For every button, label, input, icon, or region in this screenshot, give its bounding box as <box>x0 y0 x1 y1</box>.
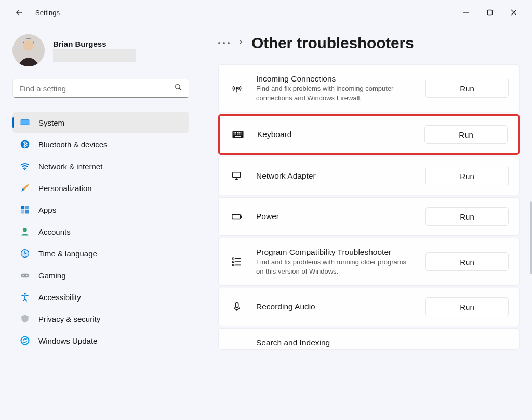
apps-icon <box>20 205 30 215</box>
nav-label: Privacy & security <box>38 315 100 323</box>
run-button[interactable]: Run <box>425 79 509 98</box>
svg-point-15 <box>23 275 24 276</box>
nav-list: System Bluetooth & devices Network & int… <box>12 112 189 351</box>
nav-label: Apps <box>38 206 56 214</box>
main-content: Other troubleshooters Incoming Connectio… <box>197 25 532 420</box>
card-title: Recording Audio <box>256 302 413 311</box>
svg-point-12 <box>23 228 27 232</box>
svg-rect-22 <box>235 132 236 133</box>
run-button[interactable]: Run <box>425 297 509 316</box>
svg-rect-5 <box>21 120 29 124</box>
sidebar-item-time-language[interactable]: Time & language <box>12 243 189 264</box>
run-button[interactable]: Run <box>424 125 508 144</box>
troubleshooter-power: Power Run <box>218 197 520 236</box>
profile-email-redacted <box>53 49 136 62</box>
app-title: Settings <box>35 9 60 17</box>
svg-point-17 <box>24 293 26 295</box>
sidebar-item-network[interactable]: Network & internet <box>12 156 189 177</box>
gamepad-icon <box>20 270 30 280</box>
breadcrumb-ellipsis[interactable] <box>218 42 230 44</box>
maximize-button[interactable] <box>478 4 502 21</box>
svg-rect-25 <box>241 132 242 133</box>
person-icon <box>20 226 30 237</box>
svg-rect-37 <box>233 264 234 266</box>
titlebar: Settings <box>0 0 532 25</box>
sidebar-item-apps[interactable]: Apps <box>12 199 189 220</box>
nav-label: Time & language <box>38 249 97 258</box>
svg-rect-31 <box>235 136 241 137</box>
troubleshooter-recording-audio: Recording Audio Run <box>218 288 520 326</box>
svg-point-2 <box>23 40 34 51</box>
svg-rect-34 <box>241 216 242 218</box>
sidebar-item-windows-update[interactable]: Windows Update <box>12 330 189 351</box>
chevron-right-icon <box>237 38 244 48</box>
system-icon <box>20 117 30 128</box>
svg-rect-35 <box>233 258 234 259</box>
svg-rect-21 <box>234 132 235 133</box>
nav-label: Accounts <box>38 227 71 236</box>
svg-rect-29 <box>238 134 240 135</box>
run-button[interactable]: Run <box>425 167 509 185</box>
close-button[interactable] <box>502 4 526 21</box>
svg-rect-33 <box>232 214 241 219</box>
card-desc: Find and fix problems with running older… <box>256 258 412 276</box>
svg-rect-28 <box>237 134 238 135</box>
run-button[interactable]: Run <box>425 207 509 226</box>
card-title: Program Compatibility Troubleshooter <box>256 248 413 257</box>
svg-point-7 <box>24 169 25 170</box>
card-title: Network Adapter <box>256 171 413 181</box>
brush-icon <box>20 183 30 193</box>
svg-rect-10 <box>21 210 25 214</box>
microphone-icon <box>230 301 244 313</box>
nav-label: Personalization <box>38 184 92 193</box>
run-button[interactable]: Run <box>425 252 509 271</box>
accessibility-icon <box>20 292 30 302</box>
search-box[interactable] <box>12 79 189 98</box>
svg-rect-23 <box>237 132 238 133</box>
nav-label: Network & internet <box>38 162 102 171</box>
svg-rect-0 <box>488 10 493 15</box>
back-button[interactable] <box>15 8 24 17</box>
sidebar-item-accessibility[interactable]: Accessibility <box>12 287 189 307</box>
nav-label: Windows Update <box>38 336 97 345</box>
monitor-network-icon <box>230 170 244 182</box>
minimize-button[interactable] <box>454 4 478 21</box>
card-title: Keyboard <box>257 130 412 139</box>
update-icon <box>20 335 30 346</box>
nav-label: Bluetooth & devices <box>38 140 108 149</box>
svg-rect-26 <box>234 134 235 135</box>
svg-rect-32 <box>233 172 241 178</box>
search-icon <box>174 83 182 93</box>
sidebar-item-system[interactable]: System <box>12 112 189 133</box>
sidebar-item-accounts[interactable]: Accounts <box>12 221 189 242</box>
sidebar-item-bluetooth[interactable]: Bluetooth & devices <box>12 134 189 155</box>
keyboard-icon <box>231 129 245 140</box>
antenna-icon <box>230 83 244 94</box>
avatar <box>12 34 45 66</box>
svg-point-3 <box>175 84 180 89</box>
profile-block[interactable]: Brian Burgess <box>12 34 189 66</box>
sidebar-item-personalization[interactable]: Personalization <box>12 178 189 198</box>
troubleshooter-keyboard: Keyboard Run <box>218 114 520 155</box>
troubleshooter-list: Incoming Connections Find and fix proble… <box>218 64 520 350</box>
svg-point-19 <box>236 88 238 89</box>
card-title: Search and Indexing <box>256 338 509 347</box>
sidebar-item-privacy[interactable]: Privacy & security <box>12 308 189 329</box>
clock-globe-icon <box>20 248 30 259</box>
svg-rect-38 <box>235 303 238 308</box>
svg-rect-14 <box>21 274 29 278</box>
shield-icon <box>20 314 30 324</box>
sidebar-item-gaming[interactable]: Gaming <box>12 265 189 286</box>
svg-point-18 <box>21 337 29 345</box>
card-desc: Find and fix problems with incoming comp… <box>256 84 412 102</box>
profile-name: Brian Burgess <box>53 39 136 48</box>
svg-point-16 <box>26 275 27 276</box>
troubleshooter-incoming-connections: Incoming Connections Find and fix proble… <box>218 64 520 112</box>
card-title: Power <box>256 212 413 221</box>
nav-label: Accessibility <box>38 293 81 302</box>
page-title: Other troubleshooters <box>251 34 414 52</box>
sidebar: Brian Burgess System Bluetooth & devices… <box>0 25 197 420</box>
nav-label: System <box>38 118 64 127</box>
search-input[interactable] <box>19 84 174 93</box>
nav-label: Gaming <box>38 271 66 280</box>
